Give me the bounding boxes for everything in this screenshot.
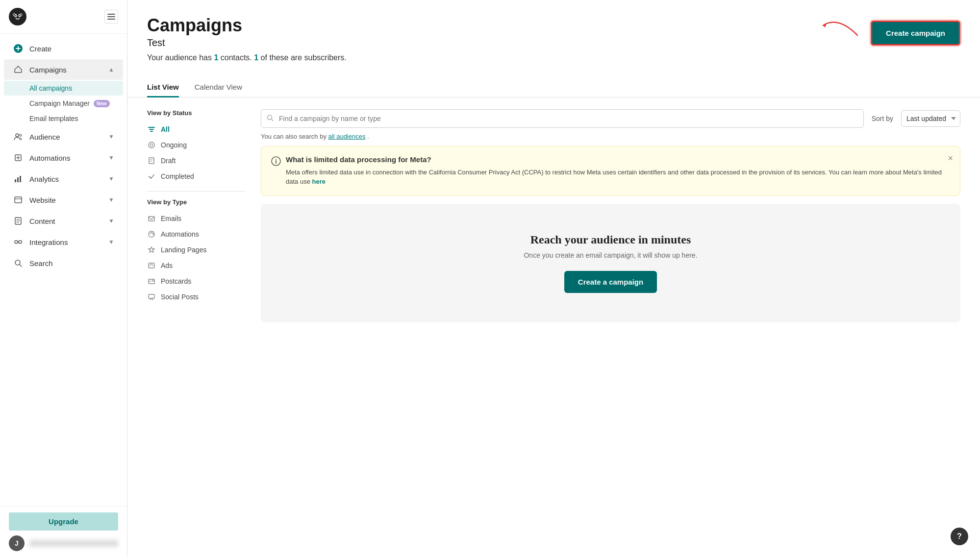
info-banner-close-button[interactable]: ×: [948, 153, 953, 164]
sidebar-item-label-search: Search: [29, 259, 114, 267]
filter-status-draft[interactable]: Draft: [147, 153, 245, 169]
svg-point-0: [11, 10, 24, 23]
filter-type-postcards[interactable]: Postcards: [147, 273, 245, 289]
filter-type-social-posts[interactable]: Social Posts: [147, 289, 245, 305]
filter-completed-label: Completed: [161, 172, 194, 180]
sidebar-item-audience[interactable]: Audience ▼: [4, 126, 123, 147]
sidebar-footer: Upgrade J: [0, 506, 127, 557]
help-button[interactable]: ?: [951, 528, 968, 545]
search-nav-icon: [13, 258, 24, 268]
audience-contacts-count: 1: [214, 53, 218, 62]
filter-divider: [147, 191, 245, 192]
info-banner-link[interactable]: here: [312, 178, 326, 185]
svg-point-23: [149, 142, 154, 148]
campaigns-submenu: All campaigns Campaign Manager New Email…: [0, 81, 127, 126]
filter-emails-label: Emails: [161, 215, 181, 222]
svg-point-32: [268, 115, 272, 120]
sidebar-item-label-content: Content: [29, 217, 108, 225]
sidebar-subitem-email-templates[interactable]: Email templates: [4, 111, 123, 126]
filter-automations-label: Automations: [161, 230, 199, 238]
svg-rect-25: [149, 158, 154, 164]
main-content: Campaigns Test Your audience has 1 conta…: [127, 0, 980, 557]
filter-type-emails[interactable]: Emails: [147, 211, 245, 226]
filter-type-automations[interactable]: Automations: [147, 226, 245, 242]
audience-text-after: of these are subscribers.: [258, 53, 347, 62]
sidebar-header: [0, 0, 127, 34]
sidebar-item-search[interactable]: Search: [4, 253, 123, 273]
upgrade-button[interactable]: Upgrade: [9, 512, 118, 531]
create-icon: [13, 43, 24, 54]
empty-state-subtitle: Once you create an email campaign, it wi…: [280, 251, 941, 259]
sidebar-item-automations[interactable]: Automations ▼: [4, 147, 123, 168]
sidebar: Create Campaigns ▲ All campaigns Campaig…: [0, 0, 127, 557]
filter-all-label: All: [161, 125, 170, 133]
filter-draft-label: Draft: [161, 157, 176, 165]
campaigns-icon: [13, 64, 24, 75]
sidebar-item-label-automations: Automations: [29, 154, 108, 162]
filter-status-all[interactable]: All: [147, 121, 245, 137]
filter-social-posts-label: Social Posts: [161, 293, 199, 301]
filter-type-ads[interactable]: Ads: [147, 258, 245, 273]
analytics-icon: [13, 173, 24, 184]
info-banner-title: What is limited data processing for Meta…: [286, 155, 950, 164]
sidebar-subitem-all-campaigns[interactable]: All campaigns: [4, 81, 123, 96]
search-input[interactable]: [261, 109, 864, 128]
filter-emails-icon: [147, 214, 156, 223]
sidebar-item-campaigns[interactable]: Campaigns ▲: [4, 59, 123, 80]
filter-all-icon: [147, 125, 156, 134]
sidebar-subitem-campaign-manager[interactable]: Campaign Manager New: [4, 96, 123, 111]
search-sort-row: Sort by Last updated Date created Name: [261, 109, 960, 128]
filter-ads-label: Ads: [161, 262, 173, 269]
all-audiences-link[interactable]: all audiences: [328, 133, 366, 140]
sidebar-item-analytics[interactable]: Analytics ▼: [4, 169, 123, 189]
filter-status-completed[interactable]: Completed: [147, 169, 245, 184]
filter-type-landing-pages[interactable]: Landing Pages: [147, 242, 245, 258]
svg-point-5: [13, 14, 15, 16]
sidebar-item-label-website: Website: [29, 196, 108, 204]
audience-icon: [13, 131, 24, 142]
website-icon: [13, 194, 24, 205]
filter-completed-icon: [147, 172, 156, 181]
campaigns-panel: Sort by Last updated Date created Name Y…: [261, 109, 960, 545]
filter-ongoing-label: Ongoing: [161, 141, 187, 149]
tab-calendar-view[interactable]: Calendar View: [195, 78, 242, 97]
create-a-campaign-button[interactable]: Create a campaign: [564, 271, 657, 293]
audience-subscribers-count: 1: [254, 53, 258, 62]
sidebar-item-create[interactable]: Create: [4, 38, 123, 59]
svg-rect-26: [149, 217, 154, 221]
info-banner-icon: [271, 156, 281, 166]
svg-point-20: [19, 241, 22, 243]
view-by-type-label: View by Type: [147, 198, 245, 206]
logo-icon: [9, 8, 26, 25]
svg-rect-15: [17, 177, 19, 182]
svg-rect-16: [20, 176, 21, 182]
tab-list-view[interactable]: List View: [147, 78, 179, 97]
filter-sidebar: View by Status All Ongoing Draft: [147, 109, 245, 545]
filter-status-ongoing[interactable]: Ongoing: [147, 137, 245, 153]
sort-select[interactable]: Last updated Date created Name: [901, 110, 960, 127]
svg-point-11: [16, 134, 19, 137]
svg-rect-31: [149, 294, 154, 298]
sidebar-item-label-analytics: Analytics: [29, 175, 108, 183]
sidebar-item-integrations[interactable]: Integrations ▼: [4, 232, 123, 252]
svg-rect-8: [107, 16, 115, 17]
sidebar-item-label-audience: Audience: [29, 133, 108, 141]
search-input-icon: [267, 114, 274, 122]
svg-point-12: [20, 134, 22, 136]
audience-text-mid: contacts.: [218, 53, 254, 62]
sidebar-toggle-button[interactable]: [104, 10, 118, 24]
content-chevron-icon: ▼: [108, 218, 114, 224]
filter-landing-pages-icon: [147, 245, 156, 254]
create-campaign-button[interactable]: Create campaign: [871, 21, 960, 46]
svg-rect-17: [15, 197, 22, 203]
sidebar-item-content[interactable]: Content ▼: [4, 211, 123, 231]
sort-by-label: Sort by: [872, 115, 893, 122]
filter-landing-pages-label: Landing Pages: [161, 246, 206, 254]
page-subtitle: Test: [147, 37, 347, 48]
sidebar-item-label-campaigns: Campaigns: [29, 66, 108, 74]
content-icon: [13, 216, 24, 226]
view-by-status-label: View by Status: [147, 109, 245, 117]
svg-point-24: [151, 144, 153, 146]
sidebar-item-website[interactable]: Website ▼: [4, 190, 123, 210]
automations-icon: [13, 152, 24, 163]
